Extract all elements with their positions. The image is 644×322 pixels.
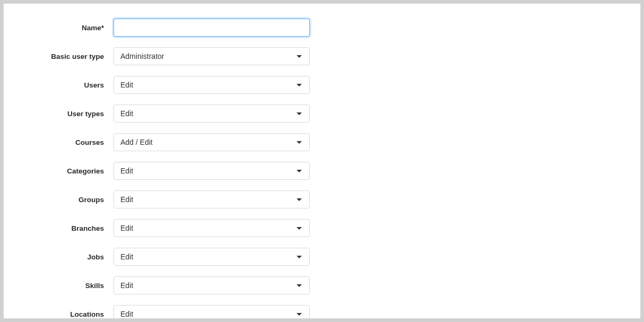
basic-user-type-label: Basic user type (51, 53, 104, 60)
branches-dropdown-value: Edit (120, 224, 133, 232)
basic-user-type-dropdown[interactable]: Administrator (114, 47, 310, 65)
jobs-dropdown[interactable]: Edit (114, 248, 310, 266)
skills-label-wrap: Skills (4, 281, 114, 290)
user-types-dropdown[interactable]: Edit (114, 105, 310, 123)
form-row-groups: GroupsEdit (4, 190, 640, 208)
categories-dropdown-value: Edit (120, 167, 133, 175)
chevron-down-icon (297, 112, 302, 115)
chevron-down-icon (297, 141, 302, 144)
groups-control-wrap: Edit (114, 190, 310, 208)
form-row-branches: BranchesEdit (4, 219, 640, 237)
user-type-form: Name*Basic user typeAdministratorUsersEd… (4, 19, 640, 319)
groups-label-wrap: Groups (4, 195, 114, 204)
chevron-down-icon (297, 256, 302, 258)
chevron-down-icon (297, 170, 302, 172)
chevron-down-icon (297, 198, 302, 201)
categories-label-wrap: Categories (4, 166, 114, 176)
form-panel: Name*Basic user typeAdministratorUsersEd… (3, 3, 641, 319)
branches-label: Branches (71, 224, 104, 232)
locations-dropdown[interactable]: Edit (114, 305, 310, 319)
form-row-basic-user-type: Basic user typeAdministrator (4, 47, 640, 65)
chevron-down-icon (297, 313, 302, 316)
form-row-categories: CategoriesEdit (4, 162, 640, 180)
branches-control-wrap: Edit (114, 219, 310, 237)
locations-dropdown-value: Edit (120, 310, 133, 318)
locations-label-wrap: Locations (4, 309, 114, 319)
form-row-user-types: User typesEdit (4, 105, 640, 123)
courses-dropdown-value: Add / Edit (120, 138, 153, 146)
categories-control-wrap: Edit (114, 162, 310, 180)
form-row-name: Name* (4, 19, 640, 37)
form-row-jobs: JobsEdit (4, 248, 640, 266)
jobs-label-wrap: Jobs (4, 252, 114, 262)
basic-user-type-control-wrap: Administrator (114, 47, 310, 65)
locations-label: Locations (70, 310, 104, 318)
name-label: Name* (82, 24, 104, 32)
user-types-label: User types (67, 110, 104, 118)
skills-control-wrap: Edit (114, 276, 310, 294)
skills-label: Skills (85, 282, 104, 290)
skills-dropdown[interactable]: Edit (114, 276, 310, 294)
users-dropdown[interactable]: Edit (114, 76, 310, 94)
basic-user-type-dropdown-value: Administrator (120, 52, 164, 60)
chevron-down-icon (297, 284, 302, 287)
user-types-control-wrap: Edit (114, 105, 310, 123)
users-label-wrap: Users (4, 80, 114, 90)
form-row-users: UsersEdit (4, 76, 640, 94)
groups-label: Groups (79, 196, 104, 204)
users-dropdown-value: Edit (120, 81, 133, 89)
courses-dropdown[interactable]: Add / Edit (114, 133, 310, 151)
branches-dropdown[interactable]: Edit (114, 219, 310, 237)
jobs-control-wrap: Edit (114, 248, 310, 266)
form-row-locations: LocationsEdit (4, 305, 640, 319)
chevron-down-icon (297, 84, 302, 86)
categories-label: Categories (67, 167, 104, 175)
form-row-skills: SkillsEdit (4, 276, 640, 294)
jobs-label: Jobs (87, 253, 104, 261)
name-control-wrap (114, 19, 310, 37)
skills-dropdown-value: Edit (120, 281, 133, 290)
jobs-dropdown-value: Edit (120, 253, 133, 261)
categories-dropdown[interactable]: Edit (114, 162, 310, 180)
users-control-wrap: Edit (114, 76, 310, 94)
chevron-down-icon (297, 227, 302, 230)
user-types-label-wrap: User types (4, 109, 114, 118)
branches-label-wrap: Branches (4, 223, 114, 233)
courses-label-wrap: Courses (4, 137, 114, 147)
locations-control-wrap: Edit (114, 305, 310, 319)
name-input[interactable] (114, 19, 310, 37)
form-row-courses: CoursesAdd / Edit (4, 133, 640, 151)
groups-dropdown-value: Edit (120, 195, 133, 204)
courses-control-wrap: Add / Edit (114, 133, 310, 151)
users-label: Users (84, 81, 104, 89)
user-types-dropdown-value: Edit (120, 109, 133, 118)
groups-dropdown[interactable]: Edit (114, 190, 310, 208)
basic-user-type-label-wrap: Basic user type (4, 51, 114, 61)
courses-label: Courses (75, 138, 104, 146)
chevron-down-icon (297, 55, 302, 58)
name-label-wrap: Name* (4, 23, 114, 32)
